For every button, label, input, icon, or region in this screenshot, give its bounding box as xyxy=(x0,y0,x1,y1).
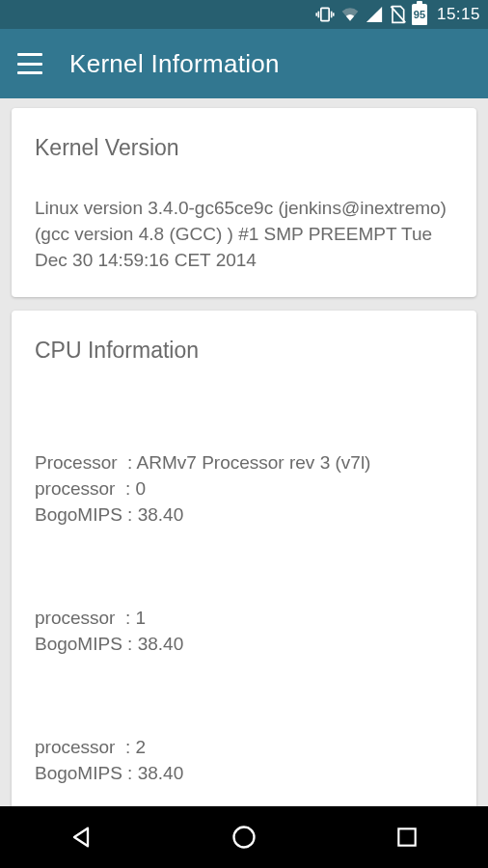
cpu-block: Processor : ARMv7 Processor rev 3 (v7l) … xyxy=(35,450,453,529)
cpu-card-body: Processor : ARMv7 Processor rev 3 (v7l) … xyxy=(35,398,453,806)
navigation-bar xyxy=(0,806,488,868)
signal-icon xyxy=(366,6,383,23)
svg-rect-7 xyxy=(398,828,415,845)
cpu-info-card: CPU Information Processor : ARMv7 Proces… xyxy=(12,311,476,806)
menu-button[interactable] xyxy=(17,53,42,74)
cpu-card-title: CPU Information xyxy=(35,338,453,364)
clock-time: 15:15 xyxy=(437,5,480,24)
app-bar: Kernel Information xyxy=(0,29,488,98)
vibrate-icon xyxy=(315,5,335,24)
kernel-card-body: Linux version 3.4.0-gc65ce9c (jenkins@in… xyxy=(35,196,453,274)
recent-apps-button[interactable] xyxy=(354,806,460,868)
home-button[interactable] xyxy=(191,806,297,868)
no-sim-icon xyxy=(389,5,406,24)
cpu-block: processor : 2 BogoMIPS : 38.40 xyxy=(35,735,453,787)
kernel-version-card: Kernel Version Linux version 3.4.0-gc65c… xyxy=(12,108,476,297)
cpu-block: processor : 1 BogoMIPS : 38.40 xyxy=(35,606,453,658)
kernel-card-title: Kernel Version xyxy=(35,135,453,161)
wifi-icon xyxy=(340,6,360,23)
svg-point-6 xyxy=(233,827,254,848)
page-title: Kernel Information xyxy=(69,49,280,79)
battery-level: 95 xyxy=(414,9,425,20)
content-scroll[interactable]: Kernel Version Linux version 3.4.0-gc65c… xyxy=(0,98,488,806)
back-button[interactable] xyxy=(28,806,134,868)
battery-icon: 95 xyxy=(412,4,427,25)
status-bar: 95 15:15 xyxy=(0,0,488,29)
svg-rect-0 xyxy=(321,8,329,20)
